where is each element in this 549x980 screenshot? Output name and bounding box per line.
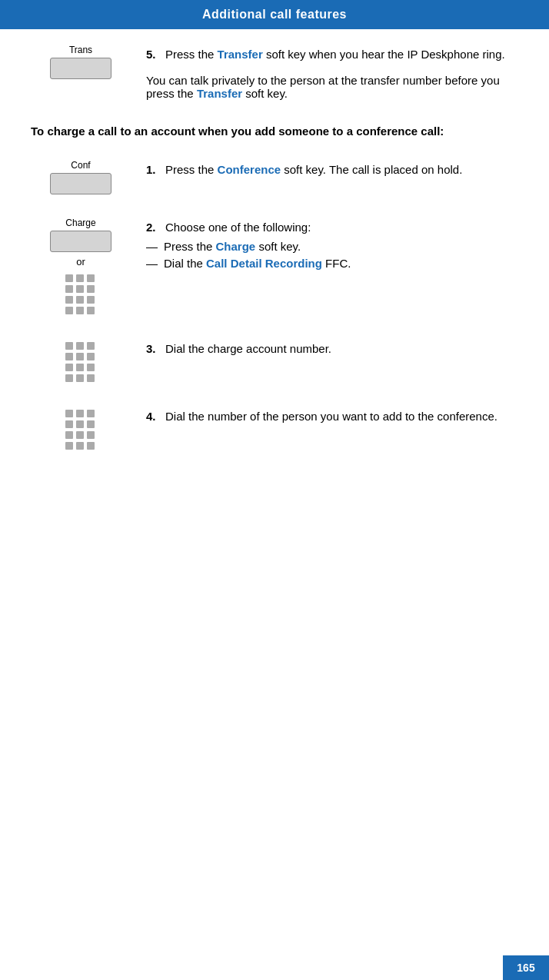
keypad-dot bbox=[87, 285, 95, 293]
keypad-dot bbox=[65, 353, 73, 360]
keypad-dot bbox=[65, 285, 73, 293]
keypad-dot bbox=[87, 410, 95, 417]
step-5-text: 5. Press the Transfer soft key when you … bbox=[146, 45, 518, 100]
step-1-row: Conf 1. Press the Conference soft key. T… bbox=[31, 160, 518, 194]
keypad-dot bbox=[76, 274, 84, 282]
step-4-icon bbox=[31, 407, 131, 451]
keypad-dot bbox=[65, 307, 73, 314]
keypad-dot bbox=[87, 442, 95, 450]
keypad-dot bbox=[76, 285, 84, 293]
step-1-prefix: Press the bbox=[165, 163, 218, 176]
page-footer: 165 bbox=[0, 955, 549, 980]
step-2-or-label: or bbox=[76, 256, 85, 267]
step-2-icon: Charge or bbox=[31, 218, 131, 316]
step-3-number: 3. bbox=[146, 342, 156, 355]
step-1-text: 1. Press the Conference soft key. The ca… bbox=[146, 160, 518, 176]
keypad-dot bbox=[65, 342, 73, 350]
step-2-bullet-1-text: Press the Charge soft key. bbox=[164, 240, 301, 253]
step-2-main-text: Choose one of the following: bbox=[165, 221, 311, 234]
step-5-link1: Transfer bbox=[218, 48, 263, 61]
step-3-icon bbox=[31, 339, 131, 384]
keypad-dot bbox=[87, 374, 95, 382]
step-5-number: 5. bbox=[146, 48, 156, 61]
step-4-text: 4. Dial the number of the person you wan… bbox=[146, 407, 518, 423]
keypad-dot bbox=[65, 431, 73, 439]
step-1-softkey-label: Conf bbox=[71, 160, 90, 171]
step-2-number: 2. bbox=[146, 221, 156, 234]
step-3-keypad bbox=[65, 342, 96, 384]
step-2-keypad bbox=[65, 274, 96, 316]
keypad-dot bbox=[87, 274, 95, 282]
step-2-charge-link: Charge bbox=[216, 240, 256, 253]
step-4-main-text: Dial the number of the person you want t… bbox=[165, 410, 497, 423]
keypad-dot bbox=[65, 410, 73, 417]
keypad-dot bbox=[87, 296, 95, 304]
keypad-dot bbox=[76, 442, 84, 450]
keypad-dot bbox=[76, 420, 84, 428]
keypad-dot bbox=[76, 342, 84, 350]
step-5-link2: Transfer bbox=[197, 87, 242, 100]
step-1-softkey-button bbox=[50, 173, 111, 194]
keypad-dot bbox=[65, 296, 73, 304]
step-3-text: 3. Dial the charge account number. bbox=[146, 339, 518, 355]
step-2-row: Charge or 2. Choose one of the foll bbox=[31, 218, 518, 316]
page-number: 165 bbox=[503, 955, 549, 980]
keypad-dot bbox=[65, 374, 73, 382]
keypad-dot bbox=[76, 353, 84, 360]
keypad-dot bbox=[76, 431, 84, 439]
keypad-dot bbox=[76, 307, 84, 314]
section-heading: To charge a call to an account when you … bbox=[31, 123, 518, 141]
step-1-number: 1. bbox=[146, 163, 156, 176]
step-2-text: 2. Choose one of the following: — Press … bbox=[146, 218, 518, 274]
step-2-bullet-2: — Dial the Call Detail Recording FFC. bbox=[146, 257, 518, 270]
step-1-icon: Conf bbox=[31, 160, 131, 194]
step-2-bullets: — Press the Charge soft key. — Dial the … bbox=[146, 240, 518, 270]
keypad-dot bbox=[65, 364, 73, 371]
step-5-prefix: Press the bbox=[165, 48, 218, 61]
keypad-dot bbox=[76, 410, 84, 417]
step-5-row: Trans 5. Press the Transfer soft key whe… bbox=[31, 45, 518, 100]
step-2-bullet-1: — Press the Charge soft key. bbox=[146, 240, 518, 253]
step-4-keypad bbox=[65, 410, 96, 451]
keypad-dot bbox=[76, 364, 84, 371]
step-2-softkey-label: Charge bbox=[65, 218, 95, 228]
step-2-cdr-link: Call Detail Recording bbox=[206, 257, 322, 270]
keypad-dot bbox=[76, 296, 84, 304]
step-1-suffix: soft key. The call is placed on hold. bbox=[281, 163, 462, 176]
step-3-main-text: Dial the charge account number. bbox=[165, 342, 331, 355]
keypad-dot bbox=[87, 420, 95, 428]
header-title: Additional call features bbox=[202, 8, 347, 21]
header-bar: Additional call features bbox=[0, 0, 549, 29]
keypad-dot bbox=[87, 364, 95, 371]
step-5-suffix: soft key when you hear the IP Deskphone … bbox=[263, 48, 505, 61]
step-4-number: 4. bbox=[146, 410, 156, 423]
dash-2: — bbox=[146, 257, 158, 270]
step-2-softkey-button bbox=[50, 231, 111, 252]
keypad-dot bbox=[87, 353, 95, 360]
keypad-dot bbox=[65, 274, 73, 282]
keypad-dot bbox=[65, 420, 73, 428]
step-3-row: 3. Dial the charge account number. bbox=[31, 339, 518, 384]
page-content: Trans 5. Press the Transfer soft key whe… bbox=[0, 29, 549, 520]
step-4-row: 4. Dial the number of the person you wan… bbox=[31, 407, 518, 451]
step-5-softkey-label: Trans bbox=[69, 45, 92, 55]
keypad-dot bbox=[87, 342, 95, 350]
step-5-softkey-button bbox=[50, 58, 111, 79]
step-2-bullet-2-text: Dial the Call Detail Recording FFC. bbox=[164, 257, 351, 270]
keypad-dot bbox=[76, 374, 84, 382]
step-1-link: Conference bbox=[218, 163, 281, 176]
keypad-dot bbox=[87, 431, 95, 439]
keypad-dot bbox=[87, 307, 95, 314]
dash-1: — bbox=[146, 240, 158, 253]
keypad-dot bbox=[65, 442, 73, 450]
step-5-para2-after: soft key. bbox=[242, 87, 288, 100]
step-5-icon: Trans bbox=[31, 45, 131, 79]
